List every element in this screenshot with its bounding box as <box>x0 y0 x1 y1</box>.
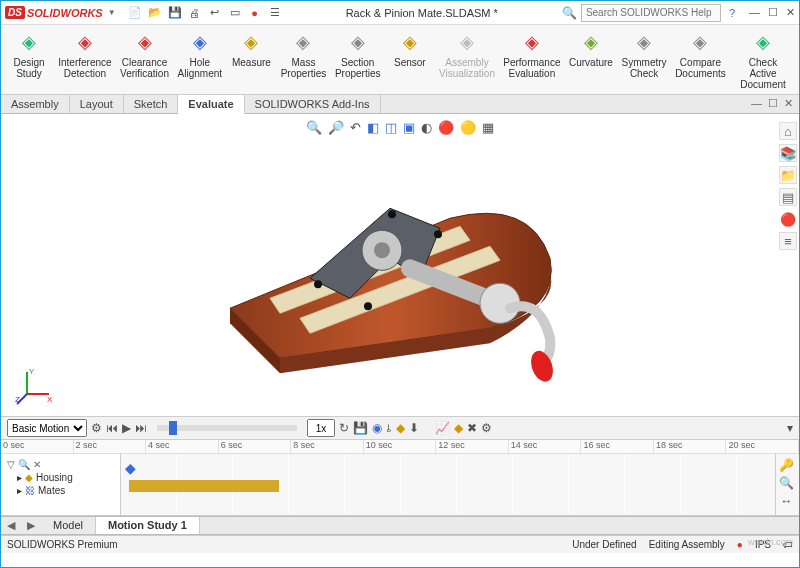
tab-layout[interactable]: Layout <box>70 95 124 113</box>
ribbon-curvature[interactable]: ◈Curvature <box>566 29 617 92</box>
motion-toolbar: Basic Motion ⚙ ⏮ ▶ ⏭ ↻ 💾 ◉ ⫰ ◆ ⬇ 📈 ◆ ✖ ⚙… <box>1 416 799 440</box>
tab-sketch[interactable]: Sketch <box>124 95 179 113</box>
motion-bar-mates[interactable] <box>129 480 279 492</box>
results-icon[interactable]: 📈 <box>435 421 450 435</box>
key-icon[interactable]: ◆ <box>454 421 463 435</box>
play-icon[interactable]: ▶ <box>122 421 131 435</box>
spring-icon[interactable]: ⫰ <box>386 421 392 435</box>
options-icon[interactable]: ☰ <box>268 6 282 20</box>
loop-icon[interactable]: ↻ <box>339 421 349 435</box>
collapse-icon[interactable]: ▾ <box>787 421 793 435</box>
print-icon[interactable]: 🖨 <box>188 6 202 20</box>
zoom-area-icon[interactable]: 🔎 <box>328 120 344 135</box>
custom-props-icon[interactable]: ≡ <box>779 232 797 250</box>
title-bar: DSSOLIDWORKS ▼ 📄 📂 💾 🖨 ↩ ▭ ● ☰ Rack & Pi… <box>1 1 799 25</box>
ribbon-clearance[interactable]: ◈ClearanceVerification <box>117 29 172 92</box>
assembly-model[interactable] <box>190 158 610 390</box>
ribbon-interference[interactable]: ◈InterferenceDetection <box>55 29 115 92</box>
bottom-tab-motion-study-1[interactable]: Motion Study 1 <box>96 517 200 534</box>
gravity-icon[interactable]: ⬇ <box>409 421 419 435</box>
hide-show-icon[interactable]: ◐ <box>421 120 432 135</box>
playback-slider[interactable] <box>157 425 297 431</box>
ribbon-mass[interactable]: ◈MassProperties <box>277 29 329 92</box>
tree-item-mates[interactable]: ▸ ⛓ Mates <box>3 484 118 497</box>
ds-logo-icon: DS <box>5 6 25 19</box>
status-product: SOLIDWORKS Premium <box>7 539 118 550</box>
ribbon-performance[interactable]: ◈PerformanceEvaluation <box>500 29 564 92</box>
view-palette-icon[interactable]: ▤ <box>779 188 797 206</box>
design-library-icon[interactable]: 📚 <box>779 144 797 162</box>
motion-type-select[interactable]: Basic Motion <box>7 419 87 437</box>
open-icon[interactable]: 📂 <box>148 6 162 20</box>
zoom-out-timeline-icon[interactable]: 🔍 <box>779 476 794 490</box>
fit-timeline-icon[interactable]: ↔ <box>781 494 793 508</box>
play-end-icon[interactable]: ⏭ <box>135 421 147 435</box>
feature-tree[interactable]: ▽ 🔍 ✕ ▸ ◆ Housing ▸ ⛓ Mates <box>1 454 121 515</box>
settings-icon[interactable]: ⚙ <box>481 421 492 435</box>
edit-appearance-icon[interactable]: 🔴 <box>438 120 454 135</box>
maximize-button[interactable]: ☐ <box>768 6 778 19</box>
tab-scroll-right-icon[interactable]: ▶ <box>21 517 41 534</box>
close-button[interactable]: ✕ <box>786 6 795 19</box>
playback-speed[interactable] <box>307 419 335 437</box>
bottom-tab-model[interactable]: Model <box>41 517 96 534</box>
tree-filter-row[interactable]: ▽ 🔍 ✕ <box>3 458 118 471</box>
del-key-icon[interactable]: ✖ <box>467 421 477 435</box>
tab-evaluate[interactable]: Evaluate <box>178 95 244 114</box>
ribbon-design-study[interactable]: ◈DesignStudy <box>5 29 53 92</box>
status-rebuild-icon[interactable]: ● <box>737 539 743 550</box>
search-icon[interactable]: 🔍 <box>562 6 577 20</box>
search-input[interactable] <box>581 4 721 22</box>
command-tabs: AssemblyLayoutSketchEvaluateSOLIDWORKS A… <box>1 95 799 114</box>
select-icon[interactable]: ▭ <box>228 6 242 20</box>
ribbon-compare[interactable]: ◈CompareDocuments <box>672 29 729 92</box>
keyframe-icon[interactable]: ◆ <box>125 460 136 476</box>
apply-scene-icon[interactable]: 🟡 <box>460 120 476 135</box>
zoom-in-timeline-icon[interactable]: 🔑 <box>779 458 794 472</box>
new-icon[interactable]: 📄 <box>128 6 142 20</box>
play-start-icon[interactable]: ⏮ <box>106 421 118 435</box>
ribbon-section[interactable]: ◈SectionProperties <box>332 29 384 92</box>
time-tick: 6 sec <box>219 440 292 453</box>
app-logo: DSSOLIDWORKS <box>5 6 103 19</box>
timeline-side-tools: 🔑 🔍 ↔ <box>775 454 797 515</box>
ribbon-measure[interactable]: ◈Measure <box>227 29 275 92</box>
appearances-icon[interactable]: 🔴 <box>779 210 797 228</box>
timeline-ruler[interactable]: 0 sec2 sec4 sec6 sec8 sec10 sec12 sec14 … <box>1 440 799 454</box>
resources-tab-icon[interactable]: ⌂ <box>779 122 797 140</box>
calculate-icon[interactable]: ⚙ <box>91 421 102 435</box>
tab-scroll-left-icon[interactable]: ◀ <box>1 517 21 534</box>
time-tick: 10 sec <box>364 440 437 453</box>
view-settings-icon[interactable]: ▦ <box>482 120 494 135</box>
ribbon-check-active[interactable]: ◈Check ActiveDocument <box>731 29 795 92</box>
time-tick: 8 sec <box>291 440 364 453</box>
rebuild-icon[interactable]: ● <box>248 6 262 20</box>
ribbon-symmetry[interactable]: ◈SymmetryCheck <box>618 29 670 92</box>
tree-item-housing[interactable]: ▸ ◆ Housing <box>3 471 118 484</box>
zoom-fit-icon[interactable]: 🔍 <box>306 120 322 135</box>
save-anim-icon[interactable]: 💾 <box>353 421 368 435</box>
minimize-button[interactable]: — <box>749 6 760 19</box>
undo-icon[interactable]: ↩ <box>208 6 222 20</box>
ribbon-hole[interactable]: ◈HoleAlignment <box>174 29 225 92</box>
tab-solidworks-add-ins[interactable]: SOLIDWORKS Add-Ins <box>245 95 381 113</box>
tab-close-icon[interactable]: ✕ <box>784 97 793 111</box>
dropdown-arrow-icon[interactable]: ▼ <box>108 8 116 17</box>
tab-maximize-icon[interactable]: ☐ <box>768 97 778 111</box>
orientation-triad[interactable]: Y X Z <box>15 366 55 406</box>
help-icon[interactable]: ? <box>729 7 735 19</box>
prev-view-icon[interactable]: ↶ <box>350 120 361 135</box>
timeline-gantt[interactable]: ◆ <box>121 454 799 515</box>
display-style-icon[interactable]: ▣ <box>403 120 415 135</box>
tab-minimize-icon[interactable]: — <box>751 97 762 111</box>
view-orientation-icon[interactable]: ◫ <box>385 120 397 135</box>
ribbon-assembly-vis: ◈AssemblyVisualization <box>436 29 498 92</box>
tab-assembly[interactable]: Assembly <box>1 95 70 113</box>
section-view-icon[interactable]: ◧ <box>367 120 379 135</box>
graphics-viewport[interactable]: 🔍 🔎 ↶ ◧ ◫ ▣ ◐ 🔴 🟡 ▦ ⌂ 📚 📁 ▤ 🔴 ≡ Y X Z <box>1 114 799 416</box>
save-icon[interactable]: 💾 <box>168 6 182 20</box>
ribbon-sensor[interactable]: ◈Sensor <box>386 29 434 92</box>
motor-icon[interactable]: ◉ <box>372 421 382 435</box>
file-explorer-icon[interactable]: 📁 <box>779 166 797 184</box>
contact-icon[interactable]: ◆ <box>396 421 405 435</box>
